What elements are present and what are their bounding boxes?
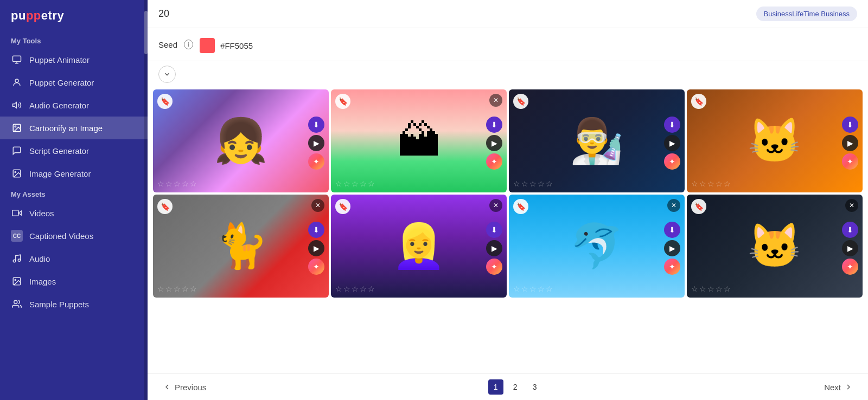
- gallery-bottom-row-5: ☆ ☆ ☆ ☆ ☆: [153, 280, 329, 298]
- gallery-overlay-1: 🔖 ⬇ ▶ ✦ ☆ ☆ ☆ ☆ ☆: [153, 89, 329, 192]
- gallery-item-6[interactable]: 👱‍♀️ 🔖 ✕ ⬇ ▶ ✦ ☆ ☆: [331, 195, 507, 298]
- download-btn-4[interactable]: ⬇: [842, 117, 858, 133]
- sidebar-item-image-generator[interactable]: Image Generator: [0, 162, 148, 185]
- puppet-animator-icon: [11, 54, 23, 66]
- download-btn-2[interactable]: ⬇: [486, 117, 502, 133]
- gallery-overlay-4: 🔖 ⬇ ▶ ✦ ☆ ☆ ☆ ☆ ☆: [687, 89, 863, 192]
- puppet-generator-icon: [11, 76, 23, 88]
- gallery-item-4[interactable]: 🐱 🔖 ⬇ ▶ ✦ ☆ ☆: [687, 89, 863, 192]
- stars-4: ☆ ☆ ☆ ☆ ☆: [691, 179, 731, 188]
- download-btn-1[interactable]: ⬇: [308, 117, 324, 133]
- logo-part2: pp: [26, 9, 41, 22]
- gallery-bottom-row-3: ☆ ☆ ☆ ☆ ☆: [509, 175, 685, 192]
- gallery-item-1[interactable]: 👧 🔖 ⬇ ▶ ✦ ☆ ☆: [153, 89, 329, 192]
- gallery-overlay-5: 🔖 ✕ ⬇ ▶ ✦ ☆ ☆ ☆ ☆ ☆: [153, 195, 329, 298]
- magic-btn-1[interactable]: ✦: [308, 153, 324, 170]
- puppet-generator-label: Puppet Generator: [29, 78, 94, 87]
- video-btn-4[interactable]: ▶: [842, 135, 858, 151]
- sidebar-item-audio-generator[interactable]: Audio Generator: [0, 94, 148, 117]
- download-btn-3[interactable]: ⬇: [664, 117, 680, 133]
- gallery-item-7[interactable]: 🐬 🔖 ✕ ⬇ ▶ ✦ ☆ ☆: [509, 195, 685, 298]
- close-btn-8[interactable]: ✕: [845, 199, 858, 212]
- seed-color-swatch[interactable]: [200, 38, 215, 53]
- video-btn-3[interactable]: ▶: [664, 135, 680, 151]
- gallery-bottom-row-4: ☆ ☆ ☆ ☆ ☆: [687, 175, 863, 192]
- seed-row: Seed i #FF5055: [148, 28, 868, 61]
- seed-label: Seed: [158, 40, 177, 49]
- gallery-item-2[interactable]: 🏔 🔖 ✕ ⬇ ▶ ✦ ☆ ☆: [331, 89, 507, 192]
- seed-info-icon[interactable]: i: [184, 40, 193, 49]
- gallery-overlay-3: 🔖 ⬇ ▶ ✦ ☆ ☆ ☆ ☆ ☆: [509, 89, 685, 192]
- scrollbar-track: [144, 0, 148, 400]
- svg-point-11: [13, 260, 16, 262]
- download-btn-5[interactable]: ⬇: [308, 222, 324, 238]
- stars-1: ☆ ☆ ☆ ☆ ☆: [157, 179, 197, 188]
- gallery-item-3[interactable]: 👨‍🔬 🔖 ⬇ ▶ ✦ ☆ ☆: [509, 89, 685, 192]
- gallery-item-8[interactable]: 🐱 🔖 ✕ ⬇ ▶ ✦ ☆ ☆: [687, 195, 863, 298]
- sidebar-item-puppet-generator[interactable]: Puppet Generator: [0, 71, 148, 94]
- sidebar-item-audio[interactable]: Audio: [0, 247, 148, 270]
- audio-generator-icon: [11, 99, 23, 111]
- video-btn-7[interactable]: ▶: [664, 240, 680, 256]
- sidebar-item-images[interactable]: Images: [0, 270, 148, 293]
- magic-btn-3[interactable]: ✦: [664, 153, 680, 170]
- bookmark-btn-2[interactable]: 🔖: [335, 94, 350, 109]
- video-btn-6[interactable]: ▶: [486, 240, 502, 256]
- images-icon: [11, 275, 23, 287]
- cc-icon: CC: [11, 230, 23, 242]
- bookmark-btn-8[interactable]: 🔖: [691, 199, 706, 214]
- svg-point-3: [15, 79, 18, 82]
- magic-btn-8[interactable]: ✦: [842, 259, 858, 275]
- stars-2: ☆ ☆ ☆ ☆ ☆: [335, 179, 375, 188]
- next-button[interactable]: Next: [820, 380, 857, 394]
- magic-btn-2[interactable]: ✦: [486, 153, 502, 170]
- gallery-bottom-row-7: ☆ ☆ ☆ ☆ ☆: [509, 280, 685, 298]
- gallery-item-5[interactable]: 🐈 🔖 ✕ ⬇ ▶ ✦ ☆ ☆: [153, 195, 329, 298]
- count-number: 20: [158, 8, 169, 20]
- sidebar-item-cartoonify[interactable]: Cartoonify an Image: [0, 117, 148, 139]
- arrow-down-row: [148, 61, 868, 87]
- logo: puppetry: [0, 0, 148, 31]
- bookmark-btn-3[interactable]: 🔖: [513, 94, 528, 109]
- bookmark-btn-5[interactable]: 🔖: [157, 199, 173, 214]
- magic-btn-7[interactable]: ✦: [664, 259, 680, 275]
- sidebar-item-sample-puppets[interactable]: Sample Puppets: [0, 293, 148, 315]
- bookmark-btn-6[interactable]: 🔖: [335, 199, 350, 214]
- bookmark-btn-4[interactable]: 🔖: [691, 94, 706, 109]
- close-btn-5[interactable]: ✕: [311, 199, 324, 212]
- download-btn-6[interactable]: ⬇: [486, 222, 502, 238]
- gallery-overlay-6: 🔖 ✕ ⬇ ▶ ✦ ☆ ☆ ☆ ☆ ☆: [331, 195, 507, 298]
- page-2[interactable]: 2: [508, 379, 523, 395]
- logo-text: puppetry: [11, 9, 64, 23]
- video-btn-8[interactable]: ▶: [842, 240, 858, 256]
- sidebar-item-script-generator[interactable]: Script Generator: [0, 139, 148, 162]
- download-btn-8[interactable]: ⬇: [842, 222, 858, 238]
- close-btn-2[interactable]: ✕: [489, 94, 502, 107]
- video-btn-5[interactable]: ▶: [308, 240, 324, 256]
- script-generator-icon: [11, 145, 23, 157]
- video-btn-1[interactable]: ▶: [308, 135, 324, 151]
- video-btn-2[interactable]: ▶: [486, 135, 502, 151]
- magic-btn-5[interactable]: ✦: [308, 259, 324, 275]
- sidebar-item-captioned-videos[interactable]: CC Captioned Videos: [0, 224, 148, 247]
- svg-rect-10: [12, 210, 18, 216]
- bookmark-btn-1[interactable]: 🔖: [157, 94, 173, 109]
- svg-point-14: [15, 279, 16, 280]
- previous-button[interactable]: Previous: [158, 380, 210, 394]
- download-btn-7[interactable]: ⬇: [664, 222, 680, 238]
- page-1[interactable]: 1: [488, 379, 503, 395]
- sidebar-item-videos[interactable]: Videos: [0, 202, 148, 224]
- magic-btn-6[interactable]: ✦: [486, 259, 502, 275]
- sidebar-item-puppet-animator[interactable]: Puppet Animator: [0, 48, 148, 71]
- close-btn-6[interactable]: ✕: [489, 199, 502, 212]
- magic-btn-4[interactable]: ✦: [842, 153, 858, 170]
- bookmark-btn-7[interactable]: 🔖: [513, 199, 528, 214]
- close-btn-7[interactable]: ✕: [667, 199, 680, 212]
- gallery-overlay-2: 🔖 ✕ ⬇ ▶ ✦ ☆ ☆ ☆ ☆ ☆: [331, 89, 507, 192]
- page-3[interactable]: 3: [527, 379, 542, 395]
- audio-generator-label: Audio Generator: [29, 101, 89, 110]
- gallery-bottom-row-8: ☆ ☆ ☆ ☆ ☆: [687, 280, 863, 298]
- logo-part3: etry: [41, 9, 64, 22]
- arrow-down-button[interactable]: [158, 66, 176, 83]
- stars-3: ☆ ☆ ☆ ☆ ☆: [513, 179, 553, 188]
